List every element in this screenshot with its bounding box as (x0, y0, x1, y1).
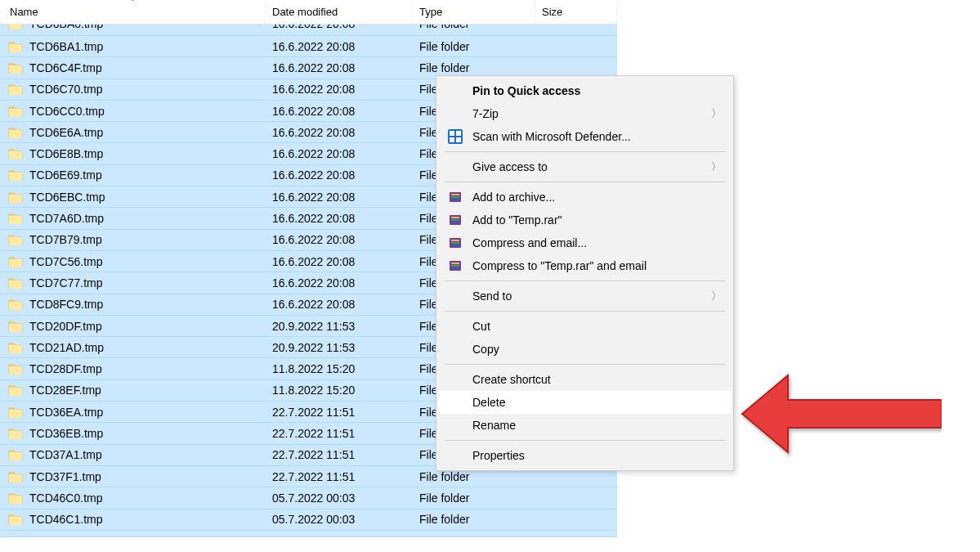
chevron-right-icon: 〉 (711, 106, 722, 121)
file-name-label: TCD37A1.tmp (29, 448, 102, 461)
sort-ascending-icon: ˄ (131, 0, 135, 7)
column-header-date[interactable]: Date modified (266, 0, 413, 24)
folder-icon (8, 169, 23, 181)
menu-item-add-archive[interactable]: Add to archive... (438, 186, 732, 209)
menu-item-defender[interactable]: Scan with Microsoft Defender... (438, 125, 732, 148)
table-row[interactable]: TCD46C1.tmp05.7.2022 00:03File folder (0, 509, 617, 531)
file-name-label: TCD6E69.tmp (29, 168, 102, 182)
menu-label: Pin to Quick access (472, 84, 580, 97)
menu-label: Add to "Temp.rar" (472, 213, 562, 227)
file-date-cell: 05.7.2022 00:03 (266, 491, 413, 505)
file-name-cell: TCD6E8B.tmp (0, 147, 266, 160)
file-date-cell: 16.6.2022 20:08 (266, 25, 413, 30)
file-name-cell: TCD36EA.tmp (0, 406, 266, 419)
file-name-label: TCD36EB.tmp (29, 427, 103, 440)
defender-icon (448, 129, 463, 144)
folder-icon (8, 449, 23, 460)
file-name-cell: TCD6BA0.tmp (0, 25, 266, 30)
folder-icon (8, 363, 23, 375)
folder-icon (8, 41, 23, 52)
column-header-size[interactable]: Size (535, 0, 617, 24)
menu-item-send-to[interactable]: Send to 〉 (438, 285, 732, 307)
menu-separator (445, 280, 725, 281)
svg-rect-3 (451, 199, 459, 200)
menu-item-copy[interactable]: Copy (438, 338, 732, 361)
menu-item-compress-temp-email[interactable]: Compress to "Temp.rar" and email (438, 254, 732, 277)
file-name-cell: TCD36EB.tmp (0, 427, 266, 440)
column-header-type[interactable]: Type (413, 0, 535, 24)
menu-label: Send to (472, 289, 512, 303)
file-name-label: TCD6BA1.tmp (29, 40, 103, 53)
menu-item-cut[interactable]: Cut (438, 315, 732, 338)
file-name-cell: TCD6C4F.tmp (0, 61, 266, 74)
folder-icon (8, 234, 23, 245)
file-name-cell: TCD46C1.tmp (0, 513, 266, 526)
file-date-cell: 16.6.2022 20:08 (266, 105, 413, 118)
file-type-cell: File folder (413, 535, 535, 537)
file-date-cell: 11.8.2022 15:20 (266, 384, 413, 397)
winrar-icon (448, 190, 463, 204)
folder-icon (8, 321, 23, 332)
file-name-label: TCD7A6D.tmp (29, 212, 104, 225)
table-row[interactable]: TCD46C2.tmp05.7.2022 00:03File folder (0, 531, 617, 537)
menu-item-give-access[interactable]: Give access to 〉 (438, 155, 732, 178)
table-row[interactable]: TCD6BA1.tmp16.6.2022 20:08File folder (0, 36, 617, 57)
context-menu: Pin to Quick access 7-Zip 〉 Scan with Mi… (436, 75, 734, 471)
file-date-cell: 16.6.2022 20:08 (266, 276, 413, 289)
svg-rect-14 (451, 265, 459, 267)
table-row[interactable]: TCD46C0.tmp05.7.2022 00:03File folder (0, 487, 617, 509)
file-name-cell: TCD20DF.tmp (0, 320, 266, 333)
file-name-label: TCD6E8B.tmp (29, 147, 103, 160)
menu-separator (445, 151, 725, 152)
svg-rect-11 (451, 245, 459, 246)
folder-icon (8, 514, 23, 525)
menu-label: Give access to (472, 160, 548, 173)
menu-item-add-temp-rar[interactable]: Add to "Temp.rar" (438, 209, 732, 231)
folder-icon (8, 62, 23, 74)
file-name-cell: TCD8FC9.tmp (0, 298, 266, 311)
menu-item-delete[interactable]: Delete (438, 391, 732, 414)
menu-label: Scan with Microsoft Defender... (472, 130, 631, 143)
menu-item-properties[interactable]: Properties (438, 444, 732, 467)
svg-rect-2 (451, 196, 459, 198)
file-name-cell: TCD6E69.tmp (0, 168, 266, 182)
file-name-label: TCD7C56.tmp (29, 255, 102, 268)
menu-item-compress-email[interactable]: Compress and email... (438, 231, 732, 254)
column-header-name-label: Name (10, 6, 38, 18)
menu-separator (445, 440, 725, 441)
menu-label: Properties (472, 449, 525, 462)
column-header-name[interactable]: Name ˄ (0, 0, 266, 24)
menu-separator (445, 311, 725, 312)
menu-item-pin-quick-access[interactable]: Pin to Quick access (438, 79, 732, 102)
winrar-icon (448, 213, 463, 227)
folder-icon (8, 342, 23, 353)
folder-icon (8, 127, 23, 138)
menu-item-create-shortcut[interactable]: Create shortcut (438, 368, 732, 391)
menu-label: Compress to "Temp.rar" and email (472, 259, 647, 272)
file-name-label: TCD6EBC.tmp (29, 191, 105, 204)
menu-label: Add to archive... (472, 191, 555, 204)
file-date-cell: 16.6.2022 20:08 (266, 147, 413, 160)
folder-icon (8, 191, 23, 203)
menu-separator (445, 182, 725, 182)
menu-item-rename[interactable]: Rename (438, 414, 732, 437)
menu-label: Cut (472, 320, 490, 333)
file-name-label: TCD20DF.tmp (29, 320, 102, 333)
annotation-arrow (739, 364, 942, 462)
file-name-cell: TCD7C56.tmp (0, 255, 266, 268)
file-date-cell: 16.6.2022 20:08 (266, 40, 413, 53)
column-header-row: Name ˄ Date modified Type Size (0, 0, 617, 25)
folder-icon (8, 213, 23, 224)
folder-icon (8, 492, 23, 504)
folder-icon (8, 384, 23, 396)
file-name-cell: TCD37A1.tmp (0, 448, 266, 461)
svg-rect-15 (451, 267, 459, 269)
file-name-label: TCD7B79.tmp (29, 233, 102, 246)
table-row[interactable]: TCD6BA0.tmp16.6.2022 20:08File folder (0, 25, 617, 36)
file-name-cell: TCD6BA1.tmp (0, 40, 266, 53)
file-name-label: TCD46C2.tmp (29, 535, 102, 537)
file-name-cell: TCD7B79.tmp (0, 233, 266, 246)
file-name-label: TCD6C4F.tmp (29, 61, 102, 74)
menu-item-7zip[interactable]: 7-Zip 〉 (438, 102, 732, 125)
folder-icon (8, 428, 23, 439)
